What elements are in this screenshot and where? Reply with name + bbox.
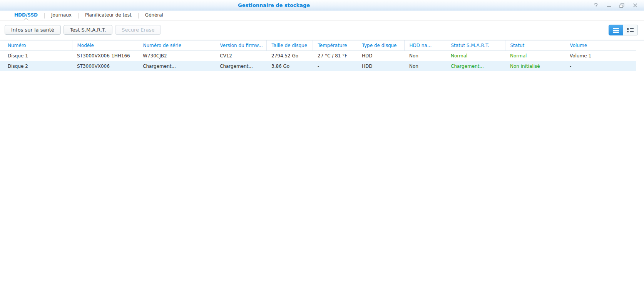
detail-view-button[interactable] — [623, 25, 638, 35]
cell-type-de-disque: HDD — [357, 50, 404, 61]
cell-statut: Normal — [505, 50, 565, 61]
cell-volume: Volume 1 — [565, 50, 636, 61]
list-view-button[interactable] — [609, 25, 623, 35]
tab-divider — [170, 13, 170, 18]
column-header-hdd-na[interactable]: HDD na... — [404, 40, 446, 50]
disk-table: Numéro Modèle Numéro de série Version du… — [0, 40, 636, 71]
column-header-statut-smart[interactable]: Statut S.M.A.R.T. — [446, 40, 505, 50]
tab-label: Planificateur de test — [85, 12, 132, 18]
column-header-numero[interactable]: Numéro — [0, 40, 72, 50]
maximize-icon[interactable] — [619, 3, 624, 8]
cell-hdd-na: Non — [404, 61, 446, 71]
cell-numero-de-serie: Chargement... — [138, 61, 215, 71]
storage-manager-window: Gestionnaire de stockage HDD/SSD Journau… — [0, 0, 644, 292]
cell-taille-de-disque: 2794.52 Go — [266, 50, 313, 61]
tab-label: Journaux — [51, 12, 72, 18]
column-header-volume[interactable]: Volume — [565, 40, 636, 50]
cell-version-firmware: Chargement... — [215, 61, 266, 71]
column-header-modele[interactable]: Modèle — [72, 40, 138, 50]
column-header-statut[interactable]: Statut — [505, 40, 565, 50]
column-header-numero-de-serie[interactable]: Numéro de série — [138, 40, 215, 50]
titlebar: Gestionnaire de stockage — [0, 0, 644, 11]
tab-label: Général — [145, 12, 163, 18]
cell-taille-de-disque: 3.86 Go — [266, 61, 313, 71]
view-toggle — [609, 25, 638, 35]
cell-volume: - — [565, 61, 636, 71]
minimize-icon[interactable] — [606, 3, 611, 8]
cell-temperature: 27 °C / 81 °F — [313, 50, 357, 61]
cell-temperature: - — [313, 61, 357, 71]
secure-erase-button: Secure Erase — [115, 25, 161, 35]
table-header-row: Numéro Modèle Numéro de série Version du… — [0, 40, 636, 50]
table-row-disque-2[interactable]: Disque 2 ST3000VX006 Chargement... Charg… — [0, 61, 636, 71]
column-header-temperature[interactable]: Température — [313, 40, 357, 50]
smart-test-button[interactable]: Test S.M.A.R.T. — [64, 25, 113, 35]
cell-modele: ST3000VX006-1HH166 — [72, 50, 138, 61]
cell-type-de-disque: HDD — [357, 61, 404, 71]
cell-version-firmware: CV12 — [215, 50, 266, 61]
table-row-disque-1[interactable]: Disque 1 ST3000VX006-1HH166 W730CJB2 CV1… — [0, 50, 636, 61]
tab-journaux[interactable]: Journaux — [45, 11, 78, 20]
toolbar: Infos sur la santé Test S.M.A.R.T. Secur… — [0, 20, 644, 40]
scrollbar-gutter — [636, 40, 644, 72]
window-title: Gestionnaire de stockage — [238, 0, 310, 11]
tab-planificateur-de-test[interactable]: Planificateur de test — [79, 11, 138, 20]
window-controls — [593, 0, 637, 11]
cell-modele: ST3000VX006 — [72, 61, 138, 71]
column-header-taille-de-disque[interactable]: Taille de disque — [266, 40, 313, 50]
tab-general[interactable]: Général — [139, 11, 170, 20]
disk-table-area: Numéro Modèle Numéro de série Version du… — [0, 40, 644, 71]
help-icon[interactable] — [593, 3, 598, 8]
tab-hdd-ssd[interactable]: HDD/SSD — [8, 11, 44, 20]
cell-numero-de-serie: W730CJB2 — [138, 50, 215, 61]
tab-bar: HDD/SSD Journaux Planificateur de test G… — [0, 11, 644, 20]
detail-view-icon — [627, 28, 634, 32]
health-info-button[interactable]: Infos sur la santé — [5, 25, 61, 35]
cell-numero: Disque 2 — [0, 61, 72, 71]
cell-statut-smart: Chargement... — [446, 61, 505, 71]
close-icon[interactable] — [632, 3, 637, 8]
cell-statut-smart: Normal — [446, 50, 505, 61]
cell-statut: Non initialisé — [505, 61, 565, 71]
list-view-icon — [613, 28, 619, 33]
cell-numero: Disque 1 — [0, 50, 72, 61]
column-header-version-firmware[interactable]: Version du firmw... — [215, 40, 266, 50]
column-header-type-de-disque[interactable]: Type de disque — [357, 40, 404, 50]
cell-hdd-na: Non — [404, 50, 446, 61]
tab-label: HDD/SSD — [14, 12, 38, 18]
